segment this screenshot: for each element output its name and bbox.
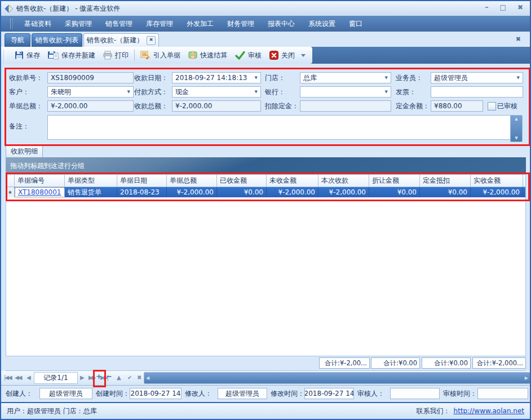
tab-receipt-detail[interactable]: 收款明细 — [6, 144, 43, 157]
column-header-discount[interactable]: 折让金额 — [369, 175, 420, 187]
modifier-label: 修改人： — [185, 389, 212, 399]
menu-item-reports[interactable]: 报表中心 — [261, 17, 302, 31]
nav-edit-button[interactable]: ▲ — [117, 373, 121, 382]
menu-item-inventory[interactable]: 库存管理 — [139, 17, 180, 31]
column-header-received[interactable]: 已收金额 — [217, 175, 267, 187]
deposit-balance-label: 定金余额： — [396, 100, 430, 112]
receipt-no-label: 收款单号： — [9, 72, 43, 83]
customer-select[interactable]: 朱晓明 ▼ — [47, 86, 134, 98]
menu-item-sales[interactable]: 销售管理 — [99, 17, 139, 31]
menu-item-window[interactable]: 窗口 — [342, 17, 369, 31]
store-select[interactable]: 总库 ▼ — [300, 72, 391, 83]
doc-total-label: 单据总额： — [9, 100, 43, 112]
save-icon — [15, 51, 24, 60]
close-button[interactable]: ✖ — [517, 3, 523, 11]
save-and-new-button[interactable]: 保存并新建 — [44, 50, 99, 61]
column-header-doc-no[interactable]: 单据编号 — [15, 175, 65, 187]
menu-bar: 基础资料 采购管理 销售管理 库存管理 外发加工 财务管理 报表中心 系统设置 … — [1, 16, 530, 32]
menu-item-system[interactable]: 系统设置 — [302, 17, 342, 31]
cell-this-receipt[interactable]: ¥-2,000.00 — [318, 187, 369, 197]
bank-select[interactable]: ▼ — [300, 86, 391, 98]
audited-checkbox[interactable] — [488, 102, 496, 110]
import-document-button[interactable]: 引入单据 — [136, 50, 184, 61]
tab-navigation[interactable]: 导航 — [5, 33, 30, 47]
tab-sales-receipt-list[interactable]: 销售收款-列表 — [32, 33, 82, 47]
spinner-down-icon[interactable]: ▼ — [515, 136, 517, 140]
nav-next-page-button[interactable]: ▶▶ — [88, 373, 95, 382]
nav-next-button[interactable]: ▶ — [80, 373, 83, 382]
chevron-down-icon: ▼ — [127, 90, 130, 94]
modify-time-field: 2018-09-27 14 — [304, 388, 354, 399]
record-indicator: 记录1/1 — [34, 372, 78, 384]
column-header-this-receipt[interactable]: 本次收款 — [318, 175, 369, 187]
scroll-left-icon[interactable]: ◀ — [146, 375, 149, 381]
nav-post-button[interactable]: ✔ — [127, 373, 132, 382]
toolbar-close-button[interactable]: 关闭 — [266, 50, 299, 61]
save-button[interactable]: 保存 — [11, 50, 44, 61]
column-header-actual[interactable]: 实收金额 — [471, 175, 523, 187]
receipt-date-select[interactable]: 2018-09-27 14:18:13 ▼ — [172, 72, 261, 83]
column-header-doc-type[interactable]: 单据类型 — [65, 175, 117, 187]
chevron-down-icon: ▼ — [255, 90, 258, 94]
application-window: 销售收款-（新建） - 傲蓝布业软件 – □ ✖ 基础资料 采购管理 销售管理 … — [0, 0, 531, 420]
cell-discount[interactable]: ¥0.00 — [369, 187, 420, 197]
creator-label: 创建人： — [6, 389, 33, 399]
cell-doc-no[interactable]: XT18080001 — [15, 187, 65, 197]
cell-received[interactable]: ¥0.00 — [217, 187, 267, 197]
tabstrip-close-icon[interactable]: ✖ — [516, 36, 521, 43]
cell-deposit-offset[interactable]: ¥0.00 — [420, 187, 471, 197]
horizontal-scrollbar[interactable]: ◀ ▶ — [144, 372, 530, 384]
receipt-no-field[interactable]: XS18090009 — [47, 72, 134, 83]
cell-doc-date[interactable]: 2018-08-23 — [117, 187, 167, 197]
create-time-field: 2018-09-27 14 — [130, 388, 182, 399]
group-by-panel[interactable]: 拖动列标题到这进行分组 — [6, 157, 526, 174]
table-row[interactable]: ∗ XT18080001 销售退货单 2018-08-23 ¥-2,000.00… — [6, 187, 525, 197]
salesman-select[interactable]: 超级管理员 ▼ — [431, 72, 523, 83]
grid-indicator-header — [6, 175, 15, 187]
scroll-right-icon[interactable]: ▶ — [525, 375, 528, 381]
close-x-icon — [269, 51, 278, 60]
tab-close-icon[interactable]: ✖ — [147, 36, 156, 45]
deposit-balance-field: ¥880.00 — [431, 100, 483, 112]
deduct-deposit-field[interactable] — [300, 100, 391, 112]
cell-actual[interactable]: ¥-2,000.00 — [471, 187, 523, 197]
menu-item-outsourcing[interactable]: 外发加工 — [180, 17, 220, 31]
column-header-deposit-offset[interactable]: 定金抵扣 — [420, 175, 471, 187]
nav-add-row-button[interactable]: + — [96, 372, 102, 381]
nav-cancel-button[interactable]: ✖ — [137, 373, 141, 382]
nav-prev-button[interactable]: ◀ — [26, 373, 30, 382]
quick-settle-button[interactable]: 快速结算 — [184, 50, 231, 61]
menu-item-purchase[interactable]: 采购管理 — [58, 17, 99, 31]
cell-unreceived[interactable]: ¥-2,000.00 — [267, 187, 318, 197]
salesman-label: 业务员： — [396, 72, 423, 83]
website-link[interactable]: http://www.aolan.net — [454, 407, 524, 415]
spinner-up-icon[interactable]: ▲ — [515, 117, 517, 121]
save-and-new-icon — [48, 51, 59, 60]
cell-doc-type[interactable]: 销售退货单 — [65, 187, 117, 197]
maximize-button[interactable]: □ — [500, 3, 506, 11]
column-header-unreceived[interactable]: 未收金额 — [267, 175, 318, 187]
invoice-field[interactable] — [431, 86, 523, 98]
menu-item-basic-data[interactable]: 基础资料 — [17, 17, 58, 31]
print-button[interactable]: 打印 — [99, 50, 132, 61]
grid-footer: 合计:¥-2,00... 合计:¥0.00 合计:¥0.00 合计:¥-2,00… — [6, 356, 526, 371]
column-header-doc-date[interactable]: 单据日期 — [117, 175, 167, 187]
cell-doc-total[interactable]: ¥-2,000.00 — [167, 187, 217, 197]
minimize-button[interactable]: – — [485, 3, 489, 11]
doc-total-field: ¥-2,000.00 — [47, 100, 134, 112]
nav-first-button[interactable]: |◀◀ — [4, 373, 11, 382]
toolbar-dropdown-icon[interactable] — [301, 54, 306, 57]
remark-spinner[interactable]: ▲ ▼ — [510, 115, 523, 142]
customer-label: 客户： — [9, 86, 29, 98]
pay-method-select[interactable]: 现金 ▼ — [172, 86, 261, 98]
audit-button[interactable]: 审核 — [231, 50, 266, 61]
chevron-down-icon: ▼ — [255, 76, 258, 80]
nav-prev-page-button[interactable]: ◀◀ — [15, 373, 21, 382]
nav-delete-row-button[interactable]: − — [106, 372, 112, 381]
remark-textarea[interactable] — [47, 115, 511, 140]
tab-sales-receipt-new[interactable]: 销售收款-（新建） ✖ — [83, 33, 159, 47]
modify-time-label: 修改时间： — [271, 389, 304, 399]
column-header-doc-total[interactable]: 单据总额 — [167, 175, 217, 187]
invoice-label: 发票： — [396, 86, 416, 98]
menu-item-finance[interactable]: 财务管理 — [220, 17, 261, 31]
